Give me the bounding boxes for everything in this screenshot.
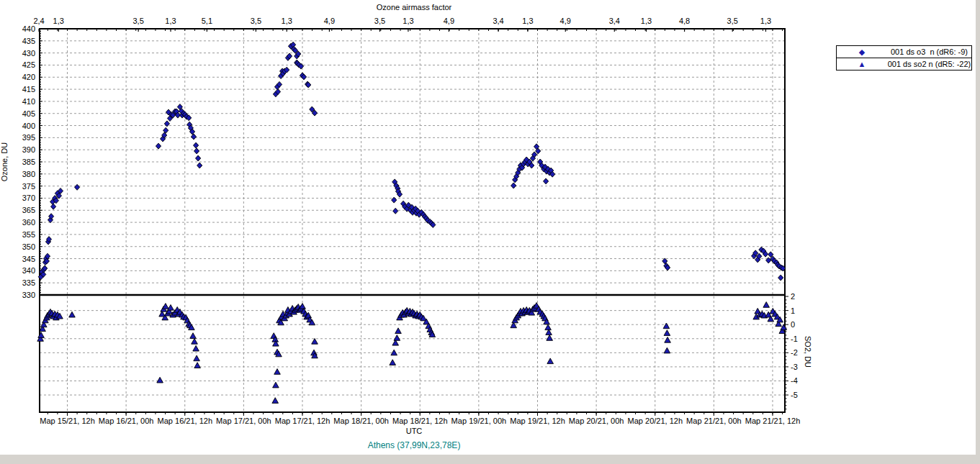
- svg-text:395: 395: [22, 133, 35, 142]
- legend-label-so2: 001 ds so2 n (dR5: -22): [887, 60, 971, 68]
- top-axis-title: Ozone airmass factor: [0, 3, 828, 12]
- y-axis-right-title: SO2, DU: [804, 322, 812, 382]
- svg-text:2: 2: [791, 292, 795, 301]
- svg-text:Мар 19/21, 12h: Мар 19/21, 12h: [510, 417, 565, 425]
- svg-text:380: 380: [22, 170, 35, 178]
- svg-text:5,1: 5,1: [202, 17, 212, 25]
- svg-text:-1: -1: [791, 335, 798, 343]
- svg-text:4,9: 4,9: [444, 17, 454, 25]
- svg-text:400: 400: [22, 122, 35, 130]
- plot-border: [40, 29, 785, 412]
- svg-text:430: 430: [22, 49, 35, 58]
- svg-text:Мар 18/21, 12h: Мар 18/21, 12h: [392, 417, 448, 425]
- svg-text:3,5: 3,5: [251, 17, 261, 25]
- svg-text:1,3: 1,3: [282, 17, 292, 25]
- series-o3: [38, 42, 786, 281]
- svg-text:Мар 19/21, 00h: Мар 19/21, 00h: [451, 417, 507, 425]
- svg-text:Мар 17/21, 12h: Мар 17/21, 12h: [275, 417, 331, 425]
- svg-text:Мар 21/21, 00h: Мар 21/21, 00h: [686, 417, 742, 425]
- svg-text:1,3: 1,3: [641, 17, 652, 25]
- svg-text:425: 425: [22, 60, 35, 69]
- svg-text:1,3: 1,3: [522, 17, 533, 25]
- legend-item-o3: ◆ 001 ds o3 n (dR6: -9): [836, 45, 972, 58]
- svg-text:3,5: 3,5: [374, 17, 385, 25]
- triangle-marker-icon: ▲: [837, 59, 887, 69]
- svg-text:340: 340: [22, 266, 35, 275]
- station-footer: Athens (37,99N,23,78E): [0, 440, 828, 450]
- svg-text:1: 1: [791, 306, 795, 315]
- y-axis-left-title: Ozone, DU: [0, 132, 9, 192]
- svg-text:370: 370: [22, 194, 35, 202]
- svg-text:3,5: 3,5: [727, 17, 738, 25]
- svg-text:365: 365: [22, 206, 35, 214]
- svg-text:345: 345: [22, 255, 35, 263]
- svg-text:4,9: 4,9: [560, 17, 571, 25]
- svg-text:1,3: 1,3: [53, 17, 64, 25]
- svg-text:390: 390: [22, 145, 35, 154]
- svg-text:405: 405: [22, 109, 35, 118]
- svg-text:335: 335: [22, 278, 35, 287]
- svg-text:2,4: 2,4: [33, 17, 44, 25]
- svg-text:Мар 16/21, 12h: Мар 16/21, 12h: [157, 417, 212, 425]
- plot-window: 3303353403453503553603653703753803853903…: [0, 0, 980, 464]
- svg-text:Мар 20/21, 00h: Мар 20/21, 00h: [569, 417, 624, 425]
- svg-text:3,4: 3,4: [609, 17, 620, 25]
- svg-text:3,4: 3,4: [493, 17, 503, 25]
- svg-text:Мар 20/21, 12h: Мар 20/21, 12h: [627, 417, 683, 425]
- svg-text:4,8: 4,8: [679, 17, 690, 25]
- svg-text:-5: -5: [791, 391, 798, 399]
- legend-label-o3: 001 ds o3 n (dR6: -9): [887, 47, 971, 56]
- svg-text:1,3: 1,3: [403, 17, 413, 25]
- svg-text:4,9: 4,9: [324, 17, 335, 25]
- svg-text:-4: -4: [791, 376, 798, 385]
- svg-text:1,3: 1,3: [760, 17, 771, 25]
- svg-text:-3: -3: [791, 363, 798, 371]
- svg-text:Мар 17/21, 00h: Мар 17/21, 00h: [216, 417, 271, 425]
- chart-plot: 3303353403453503553603653703753803853903…: [0, 0, 980, 464]
- window-chrome-bottom: [0, 455, 980, 464]
- svg-text:435: 435: [22, 37, 35, 45]
- svg-text:-2: -2: [791, 348, 798, 357]
- svg-text:350: 350: [22, 242, 35, 251]
- gridlines: [40, 29, 785, 412]
- x-axis-title: UTC: [0, 427, 828, 435]
- svg-text:360: 360: [22, 218, 35, 227]
- svg-text:330: 330: [22, 291, 35, 299]
- svg-text:1,3: 1,3: [165, 17, 176, 25]
- svg-text:Мар 21/21, 12h: Мар 21/21, 12h: [745, 417, 801, 425]
- svg-text:Мар 15/21, 12h: Мар 15/21, 12h: [40, 417, 95, 425]
- legend-item-so2: ▲ 001 ds so2 n (dR5: -22): [836, 58, 972, 70]
- svg-text:410: 410: [22, 97, 35, 106]
- svg-text:Мар 18/21, 00h: Мар 18/21, 00h: [333, 417, 389, 425]
- window-chrome-right: [976, 0, 980, 464]
- svg-text:440: 440: [22, 24, 35, 33]
- svg-text:0: 0: [791, 320, 795, 329]
- svg-text:385: 385: [22, 158, 35, 166]
- diamond-marker-icon: ◆: [837, 47, 887, 57]
- svg-text:420: 420: [22, 73, 35, 81]
- svg-text:375: 375: [22, 182, 35, 191]
- x-axis-ticks: Мар 15/21, 12hМар 16/21, 00hМар 16/21, 1…: [40, 412, 800, 425]
- svg-text:3,5: 3,5: [132, 17, 143, 25]
- svg-text:415: 415: [22, 85, 35, 94]
- svg-text:355: 355: [22, 230, 35, 239]
- svg-text:Мар 16/21, 00h: Мар 16/21, 00h: [99, 417, 154, 425]
- y-axis-right-ticks: 210-1-2-3-4-5: [785, 292, 798, 409]
- legend: ◆ 001 ds o3 n (dR6: -9) ▲ 001 ds so2 n (…: [836, 45, 972, 70]
